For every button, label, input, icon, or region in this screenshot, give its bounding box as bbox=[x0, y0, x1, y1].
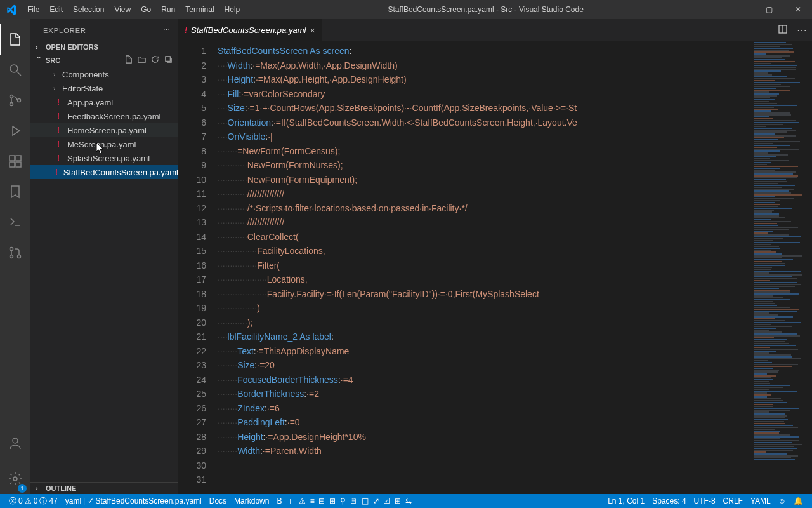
status-eol[interactable]: CRLF bbox=[719, 497, 747, 505]
close-button[interactable]: ✕ bbox=[783, 0, 812, 19]
file-label: SplashScreen.pa.yaml bbox=[67, 154, 150, 163]
svg-rect-6 bbox=[16, 162, 21, 167]
yaml-file-icon: ! bbox=[53, 168, 60, 177]
file-item-selected[interactable]: !StaffBedCountsScreen.pa.yaml bbox=[30, 165, 178, 179]
code-content[interactable]: StaffBedCountsScreen As screen:····Width… bbox=[218, 41, 752, 494]
status-markdown[interactable]: Markdown bbox=[230, 497, 273, 505]
svg-rect-7 bbox=[16, 156, 21, 161]
vscode-logo-icon bbox=[0, 4, 22, 15]
svg-point-11 bbox=[13, 438, 18, 443]
file-item[interactable]: !FeedbackScreen.pa.yaml bbox=[30, 109, 178, 123]
status-italic[interactable]: i bbox=[285, 497, 295, 505]
status-indent[interactable]: Spaces: 4 bbox=[648, 497, 690, 505]
menu-file[interactable]: File bbox=[22, 5, 44, 14]
search-view-icon[interactable] bbox=[0, 55, 30, 85]
status-feedback-icon[interactable]: ☺ bbox=[775, 497, 790, 505]
status-language[interactable]: YAML bbox=[747, 497, 775, 505]
maximize-button[interactable]: ▢ bbox=[755, 0, 783, 19]
svg-point-0 bbox=[10, 65, 18, 72]
open-editors-label: OPEN EDITORS bbox=[46, 43, 98, 51]
accounts-icon[interactable] bbox=[0, 428, 30, 458]
explorer-more-icon[interactable]: ⋯ bbox=[163, 26, 171, 34]
status-bar: ⓧ 0 ⚠ 0 ⓘ 47 yaml | ✓ StaffBedCountsScre… bbox=[0, 494, 812, 508]
status-cursor[interactable]: Ln 1, Col 1 bbox=[604, 497, 648, 505]
minimize-button[interactable]: ─ bbox=[726, 0, 755, 19]
chevron-down-icon: › bbox=[36, 57, 43, 64]
minimap[interactable] bbox=[752, 41, 812, 494]
folder-components[interactable]: ›Components bbox=[30, 67, 178, 81]
file-item[interactable]: !App.pa.yaml bbox=[30, 95, 178, 109]
file-item[interactable]: !HomeScreen.pa.yaml bbox=[30, 123, 178, 137]
menu-go[interactable]: Go bbox=[136, 5, 156, 14]
menu-bar: File Edit Selection View Go Run Terminal… bbox=[22, 5, 245, 14]
explorer-view-icon[interactable] bbox=[0, 24, 30, 55]
folder-editorstate[interactable]: ›EditorState bbox=[30, 81, 178, 95]
status-bold[interactable]: B bbox=[273, 497, 285, 505]
tab-bar: ! StaffBedCountsScreen.pa.yaml × ⋯ bbox=[178, 19, 812, 41]
workspace-name: SRC bbox=[46, 57, 60, 64]
editor-more-icon[interactable]: ⋯ bbox=[797, 24, 807, 36]
menu-terminal[interactable]: Terminal bbox=[180, 5, 219, 14]
yaml-file-icon: ! bbox=[53, 112, 63, 121]
settings-badge: 1 bbox=[18, 484, 27, 493]
status-bell-icon[interactable]: 🔔 bbox=[790, 497, 807, 505]
outline-label: OUTLINE bbox=[46, 485, 76, 492]
bookmarks-view-icon[interactable] bbox=[0, 177, 30, 207]
menu-run[interactable]: Run bbox=[156, 5, 180, 14]
explorer-header: EXPLORER ⋯ bbox=[30, 19, 178, 41]
file-tree: ›Components ›EditorState !App.pa.yaml !F… bbox=[30, 67, 178, 179]
status-docs[interactable]: Docs bbox=[206, 497, 230, 505]
settings-gear-icon[interactable]: 1 bbox=[0, 464, 30, 494]
scm-view-icon[interactable] bbox=[0, 85, 30, 116]
activity-bar: 1 bbox=[0, 19, 30, 494]
folder-label: Components bbox=[62, 70, 109, 79]
window-title: StaffBedCountsScreen.pa.yaml - Src - Vis… bbox=[245, 5, 726, 14]
svg-point-1 bbox=[10, 95, 13, 98]
status-encoding[interactable]: UTF-8 bbox=[690, 497, 719, 505]
file-label: HomeScreen.pa.yaml bbox=[67, 126, 147, 135]
open-editors-section[interactable]: › OPEN EDITORS bbox=[30, 41, 178, 53]
outline-section[interactable]: › OUTLINE bbox=[30, 483, 178, 494]
svg-point-2 bbox=[10, 103, 13, 106]
file-item[interactable]: !SplashScreen.pa.yaml bbox=[30, 151, 178, 165]
svg-point-3 bbox=[18, 99, 21, 102]
svg-point-9 bbox=[10, 255, 13, 258]
yaml-file-icon: ! bbox=[53, 126, 63, 135]
menu-edit[interactable]: Edit bbox=[44, 5, 68, 14]
tab-close-icon[interactable]: × bbox=[310, 25, 315, 36]
new-folder-icon[interactable] bbox=[137, 55, 147, 65]
status-branch[interactable]: yaml | ✓ StaffBedCountsScreen.pa.yaml bbox=[62, 497, 206, 505]
svg-rect-5 bbox=[10, 162, 15, 167]
svg-point-12 bbox=[13, 477, 17, 481]
split-editor-icon[interactable] bbox=[778, 24, 788, 37]
file-item[interactable]: !MeScreen.pa.yaml bbox=[30, 137, 178, 151]
explorer-title: EXPLORER bbox=[43, 27, 86, 34]
file-label: MeScreen.pa.yaml bbox=[67, 140, 136, 149]
chevron-right-icon: › bbox=[53, 71, 60, 78]
yaml-file-icon: ! bbox=[53, 154, 63, 163]
debug-view-icon[interactable] bbox=[0, 116, 30, 146]
tab-active[interactable]: ! StaffBedCountsScreen.pa.yaml × bbox=[178, 19, 322, 41]
editor[interactable]: 1234567891011121314151617181920212223242… bbox=[178, 41, 812, 494]
new-file-icon[interactable] bbox=[124, 55, 133, 65]
extensions-view-icon[interactable] bbox=[0, 146, 30, 177]
sidebar: EXPLORER ⋯ › OPEN EDITORS › SRC ›Compone… bbox=[30, 19, 178, 494]
status-icons[interactable]: ⚠ ≡ ⊟ ⊞ ⚲ 🖹 ◫ ⤢ ☑ ⊞ ⇆ bbox=[295, 497, 416, 505]
status-errors[interactable]: ⓧ 0 ⚠ 0 ⓘ 47 bbox=[5, 496, 62, 507]
file-label: FeedbackScreen.pa.yaml bbox=[67, 112, 160, 121]
folder-label: EditorState bbox=[62, 84, 103, 93]
yaml-file-icon: ! bbox=[185, 26, 187, 35]
file-label: StaffBedCountsScreen.pa.yaml bbox=[63, 168, 178, 177]
workspace-section[interactable]: › SRC bbox=[30, 53, 178, 67]
menu-view[interactable]: View bbox=[109, 5, 136, 14]
collapse-all-icon[interactable] bbox=[164, 55, 173, 65]
line-numbers: 1234567891011121314151617181920212223242… bbox=[178, 41, 218, 494]
terminal-view-icon[interactable] bbox=[0, 207, 30, 237]
menu-help[interactable]: Help bbox=[219, 5, 246, 14]
pr-view-icon[interactable] bbox=[0, 237, 30, 268]
chevron-right-icon: › bbox=[53, 85, 60, 92]
svg-point-8 bbox=[10, 248, 13, 251]
refresh-icon[interactable] bbox=[150, 55, 160, 65]
svg-rect-4 bbox=[10, 156, 15, 161]
menu-selection[interactable]: Selection bbox=[68, 5, 109, 14]
